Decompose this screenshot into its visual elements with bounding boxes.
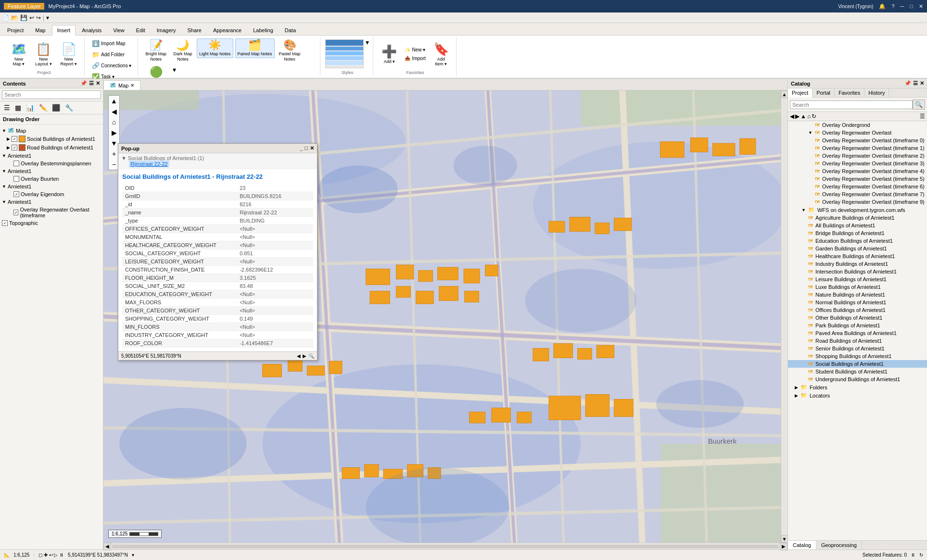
- pan-up-button[interactable]: ▲: [109, 96, 119, 106]
- pan-right-button[interactable]: ▶: [109, 127, 119, 138]
- contents-toolbar-edit[interactable]: ✏️: [37, 103, 49, 112]
- import-fav-button[interactable]: 📥 Import: [402, 54, 428, 62]
- catalog-back[interactable]: ◀: [790, 113, 794, 120]
- catalog-expand-icon[interactable]: ▼: [801, 208, 806, 212]
- layer-templates-more-button[interactable]: ▾: [171, 65, 178, 74]
- qa-redo[interactable]: ↪: [36, 14, 41, 21]
- catalog-list-item[interactable]: 🗺Normal Buildings of Arnietest1: [788, 299, 927, 306]
- social-checkbox[interactable]: ✓: [12, 136, 17, 142]
- road-expand[interactable]: ▶: [7, 145, 10, 150]
- contents-toolbar-filter[interactable]: 🔧: [63, 103, 75, 112]
- tab-project[interactable]: Project: [2, 25, 29, 35]
- contents-toolbar-select[interactable]: ⬛: [50, 103, 62, 112]
- close-button[interactable]: ✕: [919, 3, 923, 10]
- tree-item-buurten[interactable]: Overlay Buurten: [0, 175, 103, 183]
- catalog-search-input[interactable]: [790, 100, 913, 109]
- statusbar-refresh[interactable]: ↻: [919, 552, 923, 558]
- catalog-tab-favorites[interactable]: Favorites: [835, 88, 864, 97]
- catalog-list-item[interactable]: 🗺Agriculture Buildings of Arnietest1: [788, 214, 927, 222]
- catalog-list-item[interactable]: 🗺Luxe Buildings of Arnietest1: [788, 283, 927, 291]
- tab-share[interactable]: Share: [182, 25, 207, 35]
- catalog-list-item[interactable]: ▶📁Locators: [788, 391, 927, 399]
- tab-map[interactable]: Map: [30, 25, 51, 35]
- tree-item-arnietest1-3[interactable]: ▼ Arnietest1: [0, 183, 103, 190]
- catalog-list-item[interactable]: 🗺Intersection Buildings of Arnietest1: [788, 268, 927, 275]
- qa-new[interactable]: 📄: [2, 14, 9, 21]
- catalog-list-item[interactable]: 🗺Senior Buildings of Arnietest1: [788, 345, 927, 352]
- dark-map-notes-button[interactable]: 🌙 Dark MapNotes: [171, 38, 195, 63]
- tab-data[interactable]: Data: [279, 25, 301, 35]
- tree-item-map[interactable]: ▼ 🗺️ Map: [0, 126, 103, 135]
- hscroll-track[interactable]: [112, 545, 779, 548]
- tab-view[interactable]: View: [108, 25, 130, 35]
- qa-undo[interactable]: ↩: [29, 14, 34, 21]
- qa-customize[interactable]: ▾: [46, 14, 49, 21]
- tree-item-arnietest1-1[interactable]: ▼ Arnietest1: [0, 152, 103, 160]
- tree-item-social[interactable]: ▶ ✓ Social Buildings of Arnietest1: [0, 135, 103, 143]
- catalog-list-item[interactable]: 🗺Garden Buildings of Arnietest1: [788, 245, 927, 252]
- contents-close[interactable]: ✕: [96, 80, 100, 87]
- catalog-list-item[interactable]: ▶📁Folders: [788, 383, 927, 391]
- catalog-list-item[interactable]: 🗺Overlay Regenwater Overlast (timeframe …: [788, 183, 927, 190]
- tree-item-regenwater[interactable]: ✓ Overlay Regenwater Overlast (timeframe: [0, 206, 103, 219]
- catalog-footer-tab-catalog[interactable]: Catalog: [788, 541, 816, 549]
- bright-map-notes-button[interactable]: 📝 Bright MapNotes: [143, 38, 169, 63]
- qa-open[interactable]: 📂: [11, 14, 18, 21]
- catalog-list-item[interactable]: ▼🗺Overlay Regenwater Overlast: [788, 129, 927, 137]
- eigendom-checkbox[interactable]: ✓: [13, 191, 19, 197]
- catalog-list-item[interactable]: 🗺Education Buildings of Arnietest1: [788, 237, 927, 245]
- bestemmings-checkbox[interactable]: [13, 161, 19, 166]
- catalog-list-item[interactable]: 🗺Bridge Buildings of Arnietest1: [788, 229, 927, 237]
- tree-item-bestemmings[interactable]: Overlay Bestemmingsplannen: [0, 160, 103, 167]
- arnie3-expand[interactable]: ▼: [2, 184, 6, 189]
- road-checkbox[interactable]: ✓: [12, 145, 17, 150]
- catalog-refresh[interactable]: ↻: [812, 113, 816, 120]
- catalog-tab-portal[interactable]: Portal: [813, 88, 835, 97]
- catalog-list-item[interactable]: 🗺Overlay Regenwater Overlast (timeframe …: [788, 175, 927, 183]
- catalog-list-item[interactable]: 🗺Leisure Buildings of Arnietest1: [788, 275, 927, 283]
- popup-zoom[interactable]: 🔍: [308, 353, 314, 359]
- catalog-expand-icon[interactable]: ▶: [795, 393, 798, 398]
- arnie4-expand[interactable]: ▼: [2, 199, 6, 204]
- catalog-search-button[interactable]: 🔍: [913, 100, 925, 110]
- catalog-list-item[interactable]: 🗺Overlay Ondergrond: [788, 121, 927, 129]
- tab-labeling[interactable]: Labeling: [248, 25, 279, 35]
- buurten-checkbox[interactable]: [13, 176, 19, 182]
- catalog-list-item[interactable]: 🗺All Buildings of Arnietest1: [788, 222, 927, 229]
- popup-forward[interactable]: ▶: [303, 353, 306, 359]
- catalog-list-item[interactable]: 🗺Overlay Regenwater Overlast (timeframe …: [788, 137, 927, 144]
- catalog-pin[interactable]: 📌: [904, 80, 911, 87]
- catalog-list-item[interactable]: 🗺Underground Buildings of Arnietest1: [788, 375, 927, 383]
- notification-icon[interactable]: 🔔: [879, 3, 886, 10]
- paired-map-notes-button[interactable]: 🗂️ Paired Map Notes: [235, 38, 275, 58]
- catalog-close[interactable]: ✕: [920, 80, 924, 87]
- tab-insert[interactable]: Insert: [52, 25, 76, 36]
- catalog-tab-project[interactable]: Project: [788, 88, 813, 98]
- add-button[interactable]: ➕ Add ▾: [378, 42, 400, 66]
- hscroll-right[interactable]: ▶: [780, 543, 787, 550]
- catalog-list-item[interactable]: 🗺Overlay Regenwater Overlast (timeframe …: [788, 198, 927, 206]
- catalog-forward[interactable]: ▶: [795, 113, 800, 120]
- catalog-list-item[interactable]: 🗺Overlay Regenwater Overlast (timeframe …: [788, 160, 927, 167]
- catalog-list-item[interactable]: 🗺Industry Buildings of Arnietest1: [788, 260, 927, 268]
- tab-appearance[interactable]: Appearance: [208, 25, 247, 35]
- popup-layer-expand[interactable]: ▼: [121, 155, 127, 161]
- add-folder-button[interactable]: 📁 Add Folder: [89, 50, 134, 60]
- catalog-expand-icon[interactable]: ▼: [808, 130, 813, 135]
- pastel-map-notes-button[interactable]: 🎨 Pastel MapNotes: [277, 38, 303, 63]
- tab-imagery[interactable]: Imagery: [152, 25, 181, 35]
- catalog-list-item[interactable]: 🗺Overlay Regenwater Overlast (timeframe …: [788, 190, 927, 198]
- catalog-options[interactable]: ☰: [920, 113, 925, 120]
- hscroll-left[interactable]: ◀: [103, 543, 111, 550]
- catalog-expand-icon[interactable]: ▶: [795, 385, 798, 390]
- popup-minimize[interactable]: _: [300, 145, 303, 151]
- popup-close[interactable]: ✕: [310, 145, 314, 151]
- catalog-list-item[interactable]: 🗺Nature Buildings of Arnietest1: [788, 291, 927, 299]
- popup-item-link[interactable]: Rijnstraat 22-22: [129, 161, 169, 167]
- catalog-list-item[interactable]: 🗺Social Buildings of Arnietest1: [788, 360, 927, 368]
- catalog-list-item[interactable]: 🗺Healthcare Buildings of Arnietest1: [788, 252, 927, 260]
- minimize-button[interactable]: ─: [901, 3, 904, 9]
- tab-edit[interactable]: Edit: [131, 25, 151, 35]
- catalog-list-item[interactable]: 🗺Offices Buildings of Arnietest1: [788, 306, 927, 314]
- catalog-list-item[interactable]: ▼📁WFS on development.tygron.com.wfs: [788, 206, 927, 214]
